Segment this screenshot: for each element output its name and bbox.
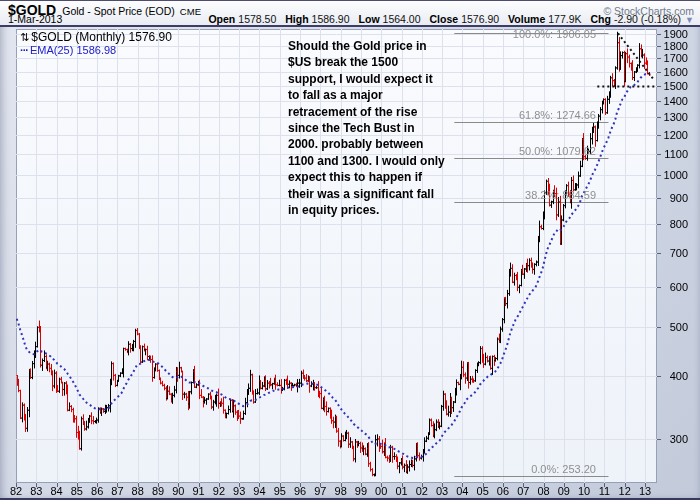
y-axis-tick-label: 1500 [661,80,688,92]
x-axis-tick-label: 96 [291,485,309,497]
x-axis-tick-label: 83 [27,485,45,497]
fib-level-label: 61.8%: 1274.66 [455,109,596,121]
y-axis-tick-label: 1700 [661,52,688,64]
x-axis-tick-label: 82 [7,485,25,497]
x-axis-tick-label: 84 [48,485,66,497]
close-label: Close [430,13,459,25]
change-value: -2.90 (-0.18%) [614,13,681,25]
legend-price-series: ⇅$GOLD (Monthly) 1576.90 [20,31,172,43]
x-axis-tick-label: 05 [474,485,492,497]
x-axis-tick-label: 12 [616,485,634,497]
x-axis-tick-label: 91 [190,485,208,497]
chart-legend: ⇅$GOLD (Monthly) 1576.90 ···EMA(25) 1586… [20,31,172,56]
x-axis-tick-label: 09 [555,485,573,497]
ohlc-bars-icon: ⇅ [20,31,29,43]
x-axis-tick-label: 02 [413,485,431,497]
x-axis-tick-label: 92 [210,485,228,497]
quote-change: Chg-2.90 (-0.18%) [591,13,682,25]
y-axis-tick-label: 300 [661,433,688,445]
x-axis-tick-label: 01 [393,485,411,497]
y-axis-tick-label: 1000 [661,169,688,181]
y-axis-tick-label: 1300 [661,111,688,123]
x-axis-tick-label: 11 [595,485,613,497]
chevron-down-icon[interactable]: ▼ [685,15,694,25]
legend-price-label: $GOLD (Monthly) 1576.90 [31,30,172,44]
quote-volume: Volume177.9K [508,13,581,25]
chart-header: $GOLD Gold - Spot Price (EOD) CME © Stoc… [0,1,700,27]
y-axis-tick-label: 900 [661,192,688,204]
x-axis-tick-label: 88 [129,485,147,497]
volume-value: 177.9K [548,13,581,25]
close-value: 1576.90 [461,13,499,25]
x-axis-tick-label: 07 [514,485,532,497]
x-axis-tick-label: 10 [575,485,593,497]
fib-level-label: 100.0%: 1906.05 [455,28,596,40]
x-axis-tick-label: 94 [250,485,268,497]
x-axis-tick-label: 97 [311,485,329,497]
quote-low: Low1564.00 [359,13,421,25]
quote-date: 1-Mar-2013 [8,13,62,25]
low-value: 1564.00 [383,13,421,25]
legend-ema-series: ···EMA(25) 1586.98 [20,44,172,56]
x-axis-tick-label: 89 [149,485,167,497]
open-value: 1578.50 [238,13,276,25]
x-axis-tick-label: 99 [352,485,370,497]
header-quote-row: 1-Mar-2013 Open1578.50 High1586.90 Low15… [0,13,700,26]
x-axis-tick-label: 95 [271,485,289,497]
x-axis-tick-label: 93 [230,485,248,497]
high-label: High [285,13,308,25]
y-axis-tick-label: 1800 [661,40,688,52]
quote-close: Close1576.90 [430,13,500,25]
quote-high: High1586.90 [285,13,349,25]
y-axis-tick-label: 400 [661,370,688,382]
stockcharts-chart-widget: $GOLD Gold - Spot Price (EOD) CME © Stoc… [0,0,700,500]
x-axis-tick-label: 03 [433,485,451,497]
y-axis-tick-label: 1100 [661,148,688,160]
change-label: Chg [591,13,611,25]
fib-level-label: 38.2%: 884.59 [455,189,596,201]
fib-level-label: 0.0%: 253.20 [455,463,596,475]
x-axis-tick-label: 87 [108,485,126,497]
volume-label: Volume [508,13,545,25]
x-axis-tick-label: 90 [169,485,187,497]
high-value: 1586.90 [312,13,350,25]
open-label: Open [208,13,235,25]
quote-open: Open1578.50 [208,13,276,25]
y-axis-tick-label: 600 [661,281,688,293]
y-axis-tick-label: 1600 [661,66,688,78]
legend-ema-label: EMA(25) 1586.98 [30,44,116,56]
y-axis-tick-label: 500 [661,321,688,333]
y-axis-tick-label: 800 [661,218,688,230]
dotted-line-icon: ··· [20,44,28,56]
x-axis-tick-label: 98 [332,485,350,497]
x-axis-tick-label: 04 [453,485,471,497]
x-axis-tick-label: 86 [88,485,106,497]
y-axis-tick-label: 1200 [661,129,688,141]
x-axis-tick-label: 08 [535,485,553,497]
x-axis-tick-label: 85 [68,485,86,497]
y-axis-tick-label: 1400 [661,95,688,107]
low-label: Low [359,13,380,25]
x-axis-tick-label: 13 [636,485,654,497]
fib-level-label: 50.0%: 1079.62 [455,145,596,157]
y-axis-tick-label: 700 [661,247,688,259]
x-axis-tick-label: 00 [372,485,390,497]
y-axis-tick-label: 1900 [661,28,688,40]
x-axis-tick-label: 06 [494,485,512,497]
